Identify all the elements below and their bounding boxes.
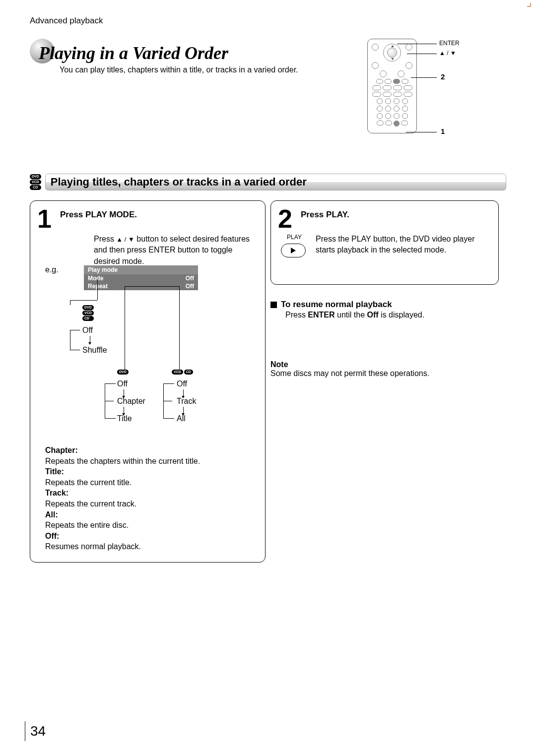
note-block: Note Some discs may not permit these ope…: [270, 360, 499, 378]
up-down-icon: ▲ / ▼: [116, 236, 134, 243]
step-1-title: Press PLAY MODE.: [60, 210, 256, 220]
step-number-1: 1: [37, 204, 52, 234]
play-label: PLAY: [283, 234, 306, 241]
resume-text: Press ENTER until the Off is displayed.: [285, 310, 499, 320]
callout-enter: ENTER: [439, 40, 460, 47]
example-label: e.g.: [45, 265, 59, 274]
step-number-2: 2: [278, 204, 292, 234]
play-button-icon: [281, 244, 306, 257]
subheading: Playing titles, chapters or tracks in a …: [45, 174, 506, 190]
page-number: 34: [25, 721, 46, 741]
callout-2: 2: [441, 72, 445, 81]
disc-type-badges: DVD VCD CD: [30, 174, 41, 190]
step-1-box: 1 Press PLAY MODE. Press ▲ / ▼ button to…: [30, 200, 266, 563]
remote-body: [367, 39, 417, 133]
step-2-text: Press the PLAY button, the DVD video pla…: [316, 234, 489, 257]
page-title: Playing in a Varied Order: [39, 43, 228, 63]
play-icon: [291, 248, 296, 253]
square-bullet-icon: [270, 302, 277, 308]
mode-diagram: DVD VCD CD Off Shuffle DVD: [55, 300, 244, 434]
resume-heading: To resume normal playback: [270, 300, 499, 310]
callout-1: 1: [441, 127, 445, 135]
definitions: Chapter: Repeats the chapters within the…: [45, 445, 200, 552]
page-content: Advanced playback Playing in a Varied Or…: [0, 0, 536, 563]
step-1-instruction: Press ▲ / ▼ button to select desired fea…: [94, 234, 256, 267]
section-label: Advanced playback: [30, 16, 506, 26]
remote-diagram: ENTER ▲ / ▼ 2 1: [367, 39, 506, 148]
callout-arrows: ▲ / ▼: [439, 50, 456, 57]
step-2-box: 2 Press PLAY. PLAY Press the PLAY button…: [270, 200, 499, 285]
step-2-title: Press PLAY.: [301, 210, 489, 220]
